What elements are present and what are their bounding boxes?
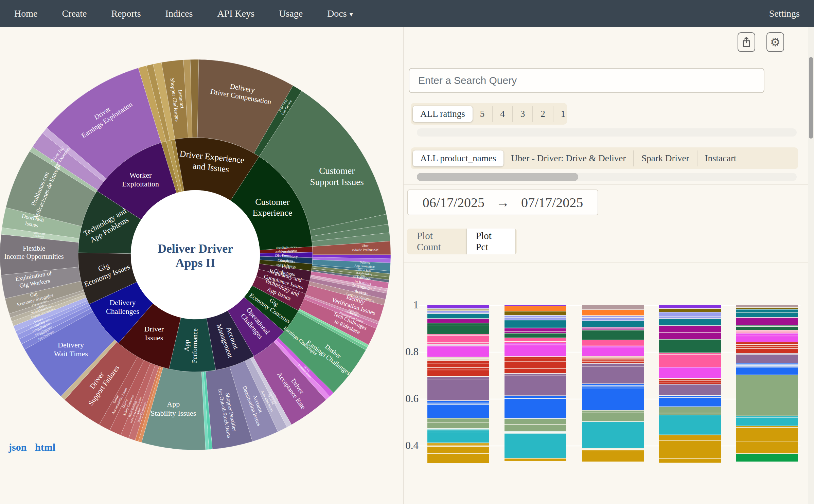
- bar-segment[interactable]: [505, 396, 566, 398]
- bar-segment[interactable]: [427, 309, 489, 310]
- bar-segment[interactable]: [582, 358, 644, 358]
- search-input[interactable]: [409, 68, 764, 93]
- bar-segment[interactable]: [736, 334, 798, 336]
- bar-segment[interactable]: [427, 418, 489, 422]
- json-link[interactable]: json: [8, 442, 26, 453]
- bar-segment[interactable]: [582, 411, 644, 412]
- plot-pct-option[interactable]: Plot Pct: [467, 229, 515, 254]
- bar-segment[interactable]: [736, 332, 798, 333]
- nav-item-docs[interactable]: Docs▾: [327, 8, 353, 19]
- bar-segment[interactable]: [582, 318, 644, 321]
- start-date[interactable]: 06/17/2025: [423, 195, 484, 211]
- bar-segment[interactable]: [427, 444, 489, 445]
- bar-segment[interactable]: [659, 380, 721, 382]
- bar-segment[interactable]: [505, 342, 566, 343]
- bar-segment[interactable]: [736, 331, 798, 332]
- bar-segment[interactable]: [582, 450, 644, 451]
- bar-segment[interactable]: [505, 368, 566, 373]
- bar-segment[interactable]: [505, 316, 566, 317]
- bar-segment[interactable]: [582, 321, 644, 327]
- bar-segment[interactable]: [736, 345, 798, 346]
- bar-segment[interactable]: [736, 336, 798, 342]
- bar-segment[interactable]: [659, 309, 721, 312]
- bar-segment[interactable]: [505, 357, 566, 359]
- bar-segment[interactable]: [505, 419, 566, 424]
- bar-segment[interactable]: [582, 330, 644, 340]
- bar-segment[interactable]: [659, 319, 721, 325]
- bar-segment[interactable]: [427, 343, 489, 344]
- bar-segment[interactable]: [505, 332, 566, 333]
- bar-segment[interactable]: [427, 323, 489, 325]
- bar-segment[interactable]: [427, 405, 489, 418]
- bar-segment[interactable]: [505, 305, 566, 306]
- bar-segment[interactable]: [736, 325, 798, 326]
- bar-segment[interactable]: [582, 359, 644, 360]
- bar-segment[interactable]: [736, 442, 798, 453]
- rating-4[interactable]: 4: [492, 106, 512, 122]
- bar-segment[interactable]: [659, 367, 721, 378]
- bar-segment[interactable]: [736, 375, 798, 416]
- bar-segment[interactable]: [736, 368, 798, 375]
- bar-segment[interactable]: [582, 359, 644, 359]
- nav-item-api-keys[interactable]: API Keys: [217, 8, 254, 19]
- product-spark-driver[interactable]: Spark Driver: [633, 150, 696, 166]
- bar-segment[interactable]: [582, 347, 644, 356]
- bar-segment[interactable]: [505, 343, 566, 344]
- bar-segment[interactable]: [427, 422, 489, 428]
- bar-segment[interactable]: [505, 374, 566, 375]
- bar-segment[interactable]: [736, 416, 798, 417]
- bar-segment[interactable]: [505, 311, 566, 315]
- bar-segment[interactable]: [582, 364, 644, 366]
- bar-segment[interactable]: [736, 418, 798, 426]
- bar-segment[interactable]: [505, 458, 566, 461]
- bar-segment[interactable]: [427, 429, 489, 430]
- bar-segment[interactable]: [659, 441, 721, 458]
- bar-segment[interactable]: [659, 396, 721, 397]
- bar-segment[interactable]: [505, 338, 566, 341]
- nav-item-settings[interactable]: Settings: [769, 8, 800, 19]
- bar-segment[interactable]: [582, 357, 644, 357]
- bar-segment[interactable]: [505, 434, 566, 458]
- bar-segment[interactable]: [505, 399, 566, 418]
- bar-segment[interactable]: [582, 387, 644, 388]
- stacked-bar-chart[interactable]: [403, 299, 814, 504]
- plot-count-option[interactable]: Plot Count: [409, 229, 467, 254]
- vertical-scrollbar[interactable]: [808, 27, 814, 504]
- bar-segment[interactable]: [427, 363, 489, 367]
- bar-segment[interactable]: [659, 413, 721, 415]
- nav-item-usage[interactable]: Usage: [279, 8, 303, 19]
- bar-segment[interactable]: [736, 367, 798, 367]
- bar-segment[interactable]: [427, 430, 489, 431]
- bar-segment[interactable]: [427, 443, 489, 444]
- bar-segment[interactable]: [427, 402, 489, 403]
- bar-segment[interactable]: [659, 435, 721, 440]
- bar-segment[interactable]: [736, 309, 798, 312]
- bar-segment[interactable]: [582, 346, 644, 347]
- rating-2[interactable]: 2: [532, 106, 553, 122]
- ratings-scrollbar[interactable]: [417, 128, 797, 137]
- bar-segment[interactable]: [736, 331, 798, 331]
- products-scrollbar[interactable]: [417, 173, 797, 181]
- bar-segment[interactable]: [427, 368, 489, 370]
- bar-segment[interactable]: [505, 376, 566, 395]
- scrollbar-thumb[interactable]: [809, 57, 813, 139]
- bar-segment[interactable]: [659, 353, 721, 354]
- bar-segment[interactable]: [582, 451, 644, 462]
- bar-segment[interactable]: [427, 431, 489, 432]
- bar-segment[interactable]: [427, 344, 489, 346]
- bar-segment[interactable]: [505, 344, 566, 345]
- nav-item-reports[interactable]: Reports: [111, 8, 141, 19]
- bar-segment[interactable]: [505, 306, 566, 311]
- product-instacart[interactable]: Instacart: [697, 150, 744, 166]
- bar-segment[interactable]: [659, 312, 721, 317]
- bar-segment[interactable]: [582, 366, 644, 383]
- bar-segment[interactable]: [582, 316, 644, 317]
- sunburst-chart[interactable]: Deliver DriverApps IIDriver Experiencean…: [0, 27, 403, 504]
- bar-segment[interactable]: [427, 314, 489, 319]
- bar-segment[interactable]: [427, 346, 489, 357]
- bar-segment[interactable]: [736, 365, 798, 365]
- bar-segment[interactable]: [505, 327, 566, 328]
- bar-segment[interactable]: [659, 355, 721, 367]
- bar-segment[interactable]: [427, 447, 489, 453]
- bar-segment[interactable]: [505, 345, 566, 356]
